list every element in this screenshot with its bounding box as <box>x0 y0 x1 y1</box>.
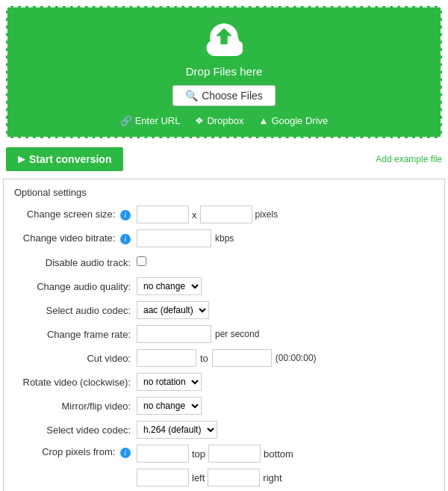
google-drive-icon: ▲ <box>259 115 269 126</box>
rotate-label: Rotate video (clockwise): <box>23 377 131 388</box>
cut-end-input[interactable] <box>212 349 272 367</box>
settings-table: Change screen size: i x pixels Change vi… <box>14 203 434 490</box>
frame-rate-unit: per second <box>215 329 259 339</box>
drop-zone[interactable]: Drop Files here 🔍 Choose Files 🔗 Enter U… <box>6 6 442 138</box>
dropbox-label: Dropbox <box>207 115 243 126</box>
video-bitrate-label: Change video bitrate: <box>23 232 116 244</box>
crop-top-input[interactable] <box>137 445 189 463</box>
disable-audio-label: Disable audio track: <box>46 257 131 268</box>
search-icon: 🔍 <box>185 90 198 102</box>
disable-audio-checkbox[interactable] <box>137 256 146 266</box>
disable-audio-row: Disable audio track: <box>14 250 434 274</box>
dropbox-icon: ❖ <box>195 115 204 126</box>
upload-icon <box>205 21 243 61</box>
audio-codec-label: Select audio codec: <box>46 305 131 316</box>
crop-top-row: Crop pixels from: i top bottom <box>14 442 434 466</box>
video-bitrate-info-icon[interactable]: i <box>120 234 131 244</box>
audio-quality-select[interactable]: no change <box>137 277 202 295</box>
mirror-row: Mirror/flip video: no change <box>14 394 434 418</box>
screen-size-height-input[interactable] <box>200 206 252 223</box>
screen-size-label: Change screen size: <box>27 209 116 220</box>
mirror-label: Mirror/flip video: <box>62 401 131 412</box>
audio-quality-row: Change audio quality: no change <box>14 274 434 298</box>
screen-size-row: Change screen size: i x pixels <box>14 203 434 226</box>
crop-top-label: top <box>192 448 205 460</box>
crop-label: Crop pixels from: <box>42 446 115 457</box>
crop-left-input[interactable] <box>137 469 189 487</box>
crop-left-right-inputs: left right <box>137 469 431 487</box>
google-drive-link[interactable]: ▲ Google Drive <box>259 115 329 126</box>
rotate-row: Rotate video (clockwise): no rotation <box>14 370 434 394</box>
link-icon: 🔗 <box>120 115 132 126</box>
audio-quality-label: Change audio quality: <box>37 281 131 292</box>
cut-start-input[interactable] <box>137 349 196 367</box>
cut-video-inputs: to (00:00:00) <box>137 349 431 367</box>
crop-info-icon[interactable]: i <box>120 448 131 458</box>
video-bitrate-input[interactable] <box>137 229 211 247</box>
video-bitrate-row: Change video bitrate: i kbps <box>14 226 434 250</box>
crop-left-label: left <box>192 472 205 484</box>
screen-size-width-input[interactable] <box>137 206 189 223</box>
choose-files-label: Choose Files <box>202 90 263 102</box>
frame-rate-label: Change frame rate: <box>47 329 131 340</box>
optional-settings-legend: Optional settings <box>14 187 87 198</box>
video-codec-label: Select video codec: <box>46 424 131 436</box>
crop-bottom-input[interactable] <box>208 445 261 463</box>
screen-size-info-icon[interactable]: i <box>120 210 131 220</box>
video-codec-row: Select video codec: h.264 (default) <box>14 418 434 442</box>
crop-top-bottom-inputs: top bottom <box>137 445 431 463</box>
cut-hint: (00:00:00) <box>276 353 317 363</box>
rotate-select[interactable]: no rotation <box>137 373 202 391</box>
crop-right-label: right <box>263 472 281 484</box>
google-drive-label: Google Drive <box>271 115 328 126</box>
optional-settings: Optional settings Change screen size: i … <box>3 179 445 491</box>
frame-rate-input[interactable] <box>137 325 211 343</box>
start-label: Start conversion <box>29 153 111 165</box>
screen-size-inputs: x pixels <box>137 206 431 223</box>
drop-zone-links: 🔗 Enter URL ❖ Dropbox ▲ Google Drive <box>15 115 433 126</box>
play-icon: ▶ <box>18 154 25 164</box>
add-example-link[interactable]: Add example file <box>376 154 442 164</box>
bitrate-unit: kbps <box>215 233 234 244</box>
screen-size-x: x <box>192 209 197 220</box>
choose-files-button[interactable]: 🔍 Choose Files <box>172 85 276 106</box>
mirror-select[interactable]: no change <box>137 397 202 415</box>
video-codec-select[interactable]: h.264 (default) <box>137 421 217 439</box>
cut-video-row: Cut video: to (00:00:00) <box>14 346 434 370</box>
enter-url-link[interactable]: 🔗 Enter URL <box>120 115 181 126</box>
drop-text: Drop Files here <box>15 65 433 78</box>
frame-rate-row: Change frame rate: per second <box>14 322 434 346</box>
enter-url-label: Enter URL <box>135 115 181 126</box>
cut-video-to: to <box>200 353 208 364</box>
start-conversion-button[interactable]: ▶ Start conversion <box>6 147 123 171</box>
action-bar: ▶ Start conversion Add example file <box>0 144 448 174</box>
screen-size-unit: pixels <box>255 209 279 220</box>
audio-codec-row: Select audio codec: aac (default) <box>14 298 434 322</box>
cut-video-label: Cut video: <box>87 353 131 364</box>
dropbox-link[interactable]: ❖ Dropbox <box>195 115 243 126</box>
crop-right-input[interactable] <box>208 469 260 487</box>
audio-codec-select[interactable]: aac (default) <box>137 301 209 319</box>
crop-bottom-label: bottom <box>264 448 293 460</box>
